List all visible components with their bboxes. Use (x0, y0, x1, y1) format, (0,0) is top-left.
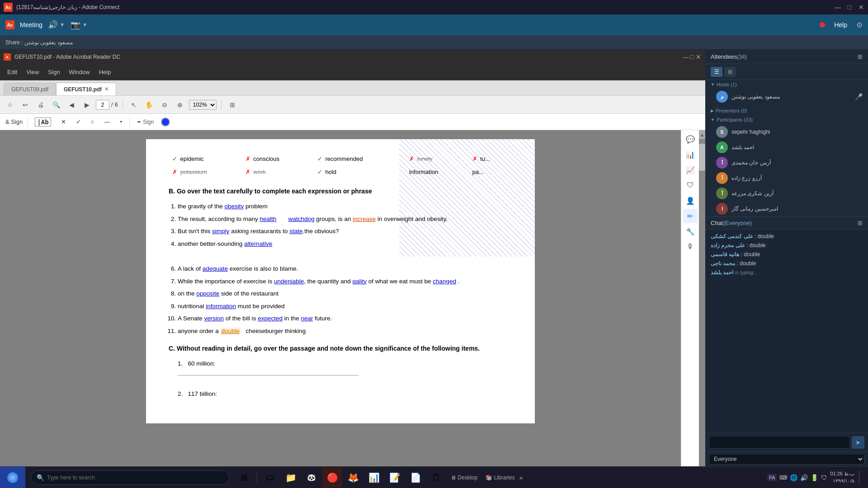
next-page-btn[interactable]: ▶ (80, 99, 93, 111)
security-btn[interactable]: 🛡 (683, 178, 698, 192)
taskbar-app-panda[interactable]: 🐼 (302, 468, 321, 488)
menu-window[interactable]: Window (65, 67, 93, 77)
prev-page-btn[interactable]: ◀ (65, 99, 78, 111)
zoom-in-btn[interactable]: ⊕ (174, 99, 186, 111)
recipient-select[interactable]: Everyone (709, 454, 864, 465)
help-btn[interactable]: Help (830, 21, 851, 28)
zoom-out-btn[interactable]: ⊖ (158, 99, 171, 111)
pdf-area: ✓ epidemic ✗ conscious ✓ recommended ✗ l… (0, 130, 681, 466)
chat-send-btn[interactable]: ➤ (852, 436, 864, 449)
tools-btn[interactable]: 🔧 (683, 224, 698, 239)
participant-row: ا امیرحسین زمانی گار (705, 201, 868, 216)
chat-input-area: ➤ (705, 433, 868, 451)
taskbar-app-notepad[interactable]: 📝 (385, 468, 405, 488)
volume-icon[interactable]: 🔊 (800, 474, 808, 481)
chat-tool-btn[interactable]: 💬 (683, 132, 698, 146)
user-btn[interactable]: 👤 (683, 193, 698, 208)
zoom-select[interactable]: 102% 75% 100% 125% 150% (189, 100, 217, 110)
libraries-btn[interactable]: 📚 Libraries (482, 474, 518, 481)
side-tools-panel: 💬 📊 📈 🛡 👤 ✏ 🔧 🎙 (681, 130, 699, 466)
share-screen-btn[interactable]: 📊 (683, 147, 698, 162)
desktop-btn[interactable]: 🖥 Desktop (447, 474, 481, 481)
chat-recipient-display: (Everyone) (723, 220, 752, 226)
bookmark-btn[interactable]: ☆ (4, 99, 16, 111)
circle-tool[interactable]: ○ (88, 117, 97, 127)
lang-indicator[interactable]: FA (767, 474, 777, 481)
menu-help[interactable]: Help (95, 67, 115, 77)
chat-expand-icon[interactable]: ⊞ (858, 220, 863, 226)
acrobat-menubar: Edit View Sign Window Help (0, 64, 705, 80)
video-icon[interactable]: 📷 (71, 20, 80, 30)
sign-and-sign-label[interactable]: & Sign (5, 118, 23, 125)
x-tool[interactable]: ✕ (58, 117, 69, 127)
acrobat-maximize[interactable]: □ (689, 54, 695, 60)
print-btn[interactable]: 🖨 (34, 99, 47, 111)
section-b-title: B. Go over the text carefully to complet… (169, 186, 512, 196)
maximize-btn[interactable]: □ (846, 4, 853, 10)
color-picker[interactable] (161, 117, 170, 127)
menu-view[interactable]: View (23, 67, 42, 77)
close-btn[interactable]: ✕ (858, 4, 864, 10)
settings-icon[interactable]: ⚙ (856, 21, 863, 29)
menu-edit[interactable]: Edit (4, 67, 21, 77)
start-button[interactable] (0, 467, 25, 488)
dot-tool[interactable]: • (117, 117, 125, 127)
task-view-btn[interactable]: ⊞ (234, 468, 254, 488)
search-btn[interactable]: 🔍 (50, 99, 62, 111)
taskbar-app-red[interactable]: 🔴 (322, 468, 342, 488)
menu-sign[interactable]: Sign (44, 67, 63, 77)
chat-message: علی کندمی کشکی : double (711, 233, 863, 239)
scroll-up-btn[interactable]: ▲ (699, 130, 705, 139)
chat-text-input[interactable] (709, 436, 850, 449)
taskbar-clock[interactable]: 01:26 ب.ظ ۱۳۹۹/۱۰/۸ (830, 470, 854, 484)
signature-tool[interactable]: ✒ Sign (134, 117, 156, 127)
list-item: The result, according to many health wat… (178, 214, 512, 224)
taskbar-app-fox[interactable]: 🦊 (343, 468, 363, 488)
cursor-tool[interactable]: ↖ (127, 99, 140, 111)
taskbar-app-doc[interactable]: 🗒 (426, 468, 446, 488)
attendees-expand-icon[interactable]: ⊞ (858, 53, 863, 60)
taskbar-app-files[interactable]: 📁 (281, 468, 301, 488)
acrobat-close[interactable]: ✕ (695, 54, 702, 60)
tab-tool[interactable]: |Ab (32, 116, 53, 128)
taskbar-arrow[interactable]: » (519, 474, 523, 481)
meeting-label[interactable]: Meeting (20, 21, 42, 28)
crop-btn[interactable]: ⊞ (226, 99, 239, 111)
search-input[interactable] (47, 474, 224, 481)
participant-name: آرزو زرع زاده (731, 175, 863, 181)
taskbar-app-pdf[interactable]: 📄 (406, 468, 425, 488)
hosts-section-label[interactable]: ▼ Hosts (1) (705, 80, 868, 89)
presenters-label[interactable]: ▶ Presenters (0) (705, 106, 868, 115)
hand-tool[interactable]: ✋ (143, 99, 156, 111)
taskbar-search[interactable]: 🔍 (31, 470, 230, 485)
taskbar-app-explorer[interactable]: 🗂 (260, 468, 280, 488)
pen-btn[interactable]: ✏ (683, 209, 698, 223)
audio-icon[interactable]: 🔊 (48, 20, 58, 30)
acrobat-minimize[interactable]: — (683, 54, 689, 60)
sign-toolbar: & Sign |Ab ✕ ✓ ○ — • ✒ Sign (0, 114, 705, 130)
participant-row: آ آرین شکری مزرعه (705, 186, 868, 201)
tab-gefust09[interactable]: GEFUST09.pdf (4, 83, 56, 95)
minimize-btn[interactable]: — (835, 4, 841, 10)
participant-name: احمد بلشد (731, 144, 863, 150)
list-view-btn[interactable]: ☰ (711, 67, 722, 77)
page-number-input[interactable]: 2 (96, 100, 109, 110)
whiteboard-btn[interactable]: 📈 (683, 163, 698, 177)
title-bar: Ac زبان خارجی(شناسه12817) - Adobe Connec… (0, 0, 868, 14)
list-item: While the importance of exercise is unde… (178, 277, 512, 286)
mic-btn[interactable]: 🎙 (683, 239, 698, 254)
participants-label[interactable]: ▼ Participants (33) (705, 115, 868, 124)
scroll-thumb[interactable] (699, 144, 705, 171)
taskbar-app-chart[interactable]: 📊 (364, 468, 384, 488)
chat-message: هانیه قاسمی : double (711, 251, 863, 258)
tab-close-icon[interactable]: ✕ (104, 86, 108, 92)
check-tool[interactable]: ✓ (73, 117, 84, 127)
list-item: nutritional information must be provided (178, 301, 512, 311)
back-btn[interactable]: ↩ (19, 99, 32, 111)
line-tool[interactable]: — (101, 117, 113, 127)
participant-avatar: آ (716, 172, 728, 184)
section-c: C. Without reading in detail, go over th… (169, 343, 512, 399)
grid-view-btn[interactable]: ⊞ (724, 67, 736, 77)
tab-gefust10[interactable]: GEFUST10.pdf ✕ (56, 83, 116, 95)
show-desktop-btn[interactable] (859, 471, 863, 484)
